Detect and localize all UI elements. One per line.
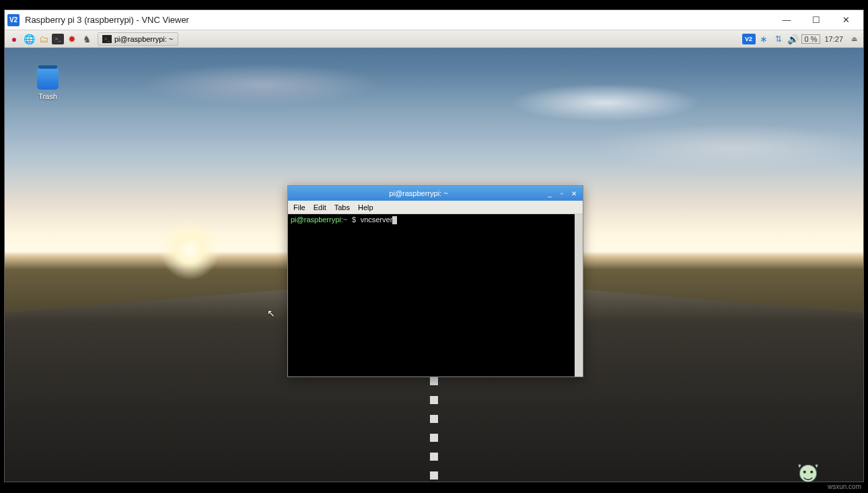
taskbar-label: pi@raspberrypi: ~ [114, 35, 173, 43]
terminal-command: vncserver [361, 216, 393, 224]
cpu-percent[interactable]: 0 % [801, 34, 821, 44]
terminal-title-text: pi@raspberrypi: ~ [292, 189, 545, 197]
terminal-minimize-button[interactable]: _ [545, 189, 554, 198]
outer-window-title: Raspberry pi 3 (raspberrypi) - VNC Viewe… [25, 15, 772, 25]
outer-titlebar[interactable]: V2 Raspberry pi 3 (raspberrypi) - VNC Vi… [5, 10, 863, 30]
terminal-menu-help[interactable]: Help [358, 203, 373, 211]
trash-icon [37, 68, 59, 90]
terminal-body[interactable]: pi@raspberrypi:~ $ vncserver [288, 214, 583, 376]
terminal-menu-tabs[interactable]: Tabs [334, 203, 350, 211]
network-icon[interactable]: ⇅ [772, 32, 785, 46]
terminal-close-button[interactable]: ✕ [569, 189, 579, 198]
svg-point-2 [810, 471, 813, 473]
remote-desktop[interactable]: ● 🌐 🗂 >_ ✸ ♞ >_ pi@raspberrypi: ~ V2 ∗ ⇅… [5, 30, 863, 482]
terminal-launcher-icon[interactable]: >_ [52, 34, 64, 44]
terminal-menu-file[interactable]: File [293, 203, 305, 211]
tool2-icon[interactable]: ♞ [80, 32, 94, 46]
menu-icon[interactable]: ● [7, 32, 21, 46]
outer-window-controls: — ☐ ✕ [772, 11, 861, 30]
outer-maximize-button[interactable]: ☐ [801, 11, 831, 30]
terminal-window[interactable]: pi@raspberrypi: ~ _ ▫ ✕ File Edit Tabs H… [287, 185, 583, 377]
lxde-panel: ● 🌐 🗂 >_ ✸ ♞ >_ pi@raspberrypi: ~ V2 ∗ ⇅… [5, 30, 863, 48]
terminal-titlebar[interactable]: pi@raspberrypi: ~ _ ▫ ✕ [288, 186, 583, 201]
panel-left: ● 🌐 🗂 >_ ✸ ♞ >_ pi@raspberrypi: ~ [7, 32, 742, 46]
volume-icon[interactable]: 🔊 [787, 32, 800, 46]
prompt-path: ~ [343, 216, 347, 224]
terminal-scrollbar[interactable] [575, 214, 583, 376]
taskbar-button-terminal[interactable]: >_ pi@raspberrypi: ~ [98, 32, 178, 46]
terminal-maximize-button[interactable]: ▫ [557, 189, 567, 198]
file-manager-icon[interactable]: 🗂 [37, 32, 50, 46]
svg-point-1 [803, 471, 806, 473]
terminal-menubar: File Edit Tabs Help [288, 201, 583, 214]
browser-icon[interactable]: 🌐 [22, 32, 36, 46]
terminal-cursor [392, 216, 397, 224]
terminal-window-controls: _ ▫ ✕ [545, 189, 579, 198]
outer-minimize-button[interactable]: — [772, 11, 801, 30]
vnc-viewer-window: V2 Raspberry pi 3 (raspberrypi) - VNC Vi… [4, 9, 864, 482]
eject-icon[interactable]: ⏏ [847, 32, 861, 46]
panel-right-tray: V2 ∗ ⇅ 🔊 0 % 17:27 ⏏ [742, 32, 861, 46]
mascot-icon [794, 461, 822, 489]
clock[interactable]: 17:27 [822, 35, 846, 43]
vnc-tray-icon[interactable]: V2 [742, 34, 756, 44]
bluetooth-icon[interactable]: ∗ [757, 32, 770, 46]
wallpaper-sun [159, 220, 220, 280]
watermark-text: wsxun.com [828, 483, 861, 490]
vnc-app-icon: V2 [7, 14, 20, 26]
prompt-user: pi@raspberrypi [291, 216, 341, 224]
prompt-symbol: $ [352, 216, 356, 224]
desktop-trash-icon[interactable]: Trash [37, 68, 59, 100]
outer-close-button[interactable]: ✕ [831, 11, 861, 30]
terminal-menu-edit[interactable]: Edit [314, 203, 326, 211]
taskbar-terminal-icon: >_ [102, 35, 112, 43]
tool1-icon[interactable]: ✸ [65, 32, 79, 46]
trash-label: Trash [37, 92, 59, 100]
